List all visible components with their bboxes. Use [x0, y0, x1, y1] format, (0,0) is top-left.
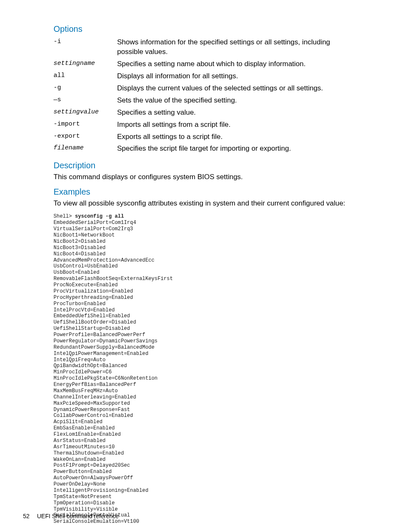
option-description: Imports all settings from a script file.: [117, 119, 356, 131]
option-description: Shows information for the specified sett…: [117, 36, 356, 58]
option-flag: —s: [54, 95, 117, 107]
description-text: This command displays or configures syst…: [54, 173, 356, 181]
option-row: -exportExports all settings to a script …: [54, 131, 356, 143]
option-flag: -g: [54, 82, 117, 95]
option-flag: all: [54, 70, 117, 82]
option-flag: settingname: [54, 58, 117, 70]
option-description: Specifies a setting name about which to …: [117, 58, 356, 70]
page: Options -iShows information for the spec…: [0, 0, 399, 532]
option-description: Exports all settings to a script file.: [117, 131, 356, 143]
option-row: settingvalueSpecifies a setting value.: [54, 107, 356, 119]
option-description: Displays all information for all setting…: [117, 70, 356, 82]
option-row: -iShows information for the specified se…: [54, 36, 356, 58]
shell-prompt: Shell>: [54, 213, 75, 219]
option-description: Sets the value of the specified setting.: [117, 95, 356, 107]
heading-description: Description: [54, 161, 356, 170]
option-flag: filename: [54, 143, 117, 155]
heading-examples: Examples: [54, 187, 356, 197]
option-description: Specifies the script file target for imp…: [117, 143, 356, 155]
option-row: allDisplays all information for all sett…: [54, 70, 356, 82]
code-block: Shell> sysconfig -g all EmbeddedSerialPo…: [54, 213, 356, 525]
page-footer: 52 UEFI Shell command reference: [23, 513, 119, 519]
chapter-title: UEFI Shell command reference: [37, 513, 118, 519]
option-description: Displays the current values of the selec…: [117, 82, 356, 95]
option-row: -importImports all settings from a scrip…: [54, 119, 356, 131]
option-row: -gDisplays the current values of the sel…: [54, 82, 356, 95]
shell-output: EmbeddedSerialPort=Com1Irq4 VirtualSeria…: [54, 220, 173, 524]
option-flag: -export: [54, 131, 117, 143]
option-flag: settingvalue: [54, 107, 117, 119]
examples-intro: To view all possible sysconfig attribute…: [54, 199, 356, 208]
heading-options: Options: [54, 24, 356, 34]
option-flag: -import: [54, 119, 117, 131]
option-row: settingnameSpecifies a setting name abou…: [54, 58, 356, 70]
option-row: —sSets the value of the specified settin…: [54, 95, 356, 107]
option-description: Specifies a setting value.: [117, 107, 356, 119]
shell-command: sysconfig -g all: [75, 213, 124, 219]
option-flag: -i: [54, 36, 117, 58]
option-row: filenameSpecifies the script file target…: [54, 143, 356, 155]
page-number: 52: [23, 513, 30, 519]
options-table: -iShows information for the specified se…: [54, 36, 356, 155]
